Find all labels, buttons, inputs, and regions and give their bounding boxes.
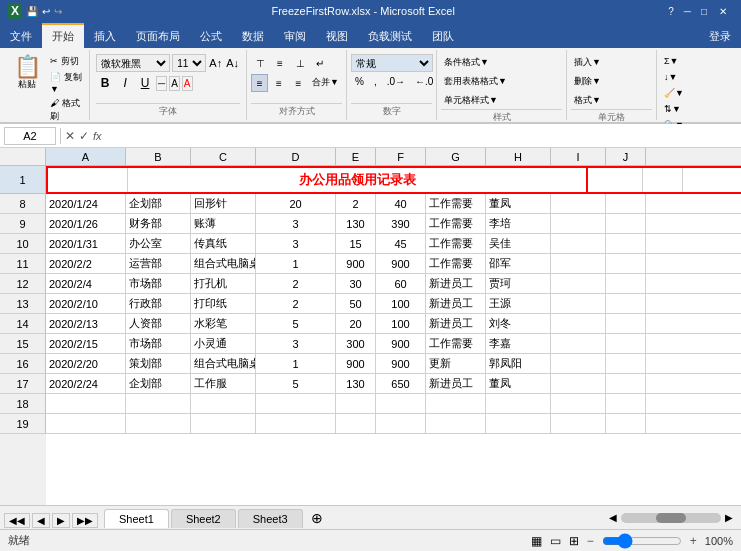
normal-view-icon[interactable]: ▦: [531, 534, 542, 548]
cell[interactable]: 刘冬: [486, 314, 551, 333]
tab-team[interactable]: 团队: [422, 25, 464, 48]
cell[interactable]: 2020/2/10: [46, 294, 126, 313]
cell[interactable]: 工作服: [191, 374, 256, 393]
insert-function-icon[interactable]: fx: [93, 130, 102, 142]
cell[interactable]: 工作需要: [426, 194, 486, 213]
cell[interactable]: 更新: [426, 354, 486, 373]
cell[interactable]: 郭凤阳: [486, 354, 551, 373]
cell-styles-button[interactable]: 单元格样式▼: [441, 92, 562, 109]
maximize-button[interactable]: □: [697, 6, 711, 17]
quick-save-icon[interactable]: 💾: [26, 6, 38, 17]
tab-file[interactable]: 文件: [0, 25, 42, 48]
cell[interactable]: 900: [336, 254, 376, 273]
cell[interactable]: 新进员工: [426, 274, 486, 293]
cell[interactable]: 传真纸: [191, 234, 256, 253]
font-size-selector[interactable]: 11: [172, 54, 206, 72]
cell[interactable]: 40: [376, 194, 426, 213]
decrease-decimal-button[interactable]: ←.0: [411, 74, 437, 89]
cell[interactable]: 130: [336, 214, 376, 233]
sum-button[interactable]: Σ▼: [661, 54, 733, 68]
cell[interactable]: 3: [256, 334, 336, 353]
cell-reference-box[interactable]: A2: [4, 127, 56, 145]
cell[interactable]: 100: [376, 294, 426, 313]
cell[interactable]: 工作需要: [426, 254, 486, 273]
col-header-g[interactable]: G: [426, 148, 486, 165]
cell[interactable]: 行政部: [126, 294, 191, 313]
cell[interactable]: 王源: [486, 294, 551, 313]
cell-a1[interactable]: [48, 168, 128, 192]
cell[interactable]: 2: [256, 274, 336, 293]
zoom-in-icon[interactable]: +: [690, 534, 697, 548]
cell[interactable]: 2020/1/26: [46, 214, 126, 233]
bold-button[interactable]: B: [96, 74, 114, 92]
cell-empty[interactable]: [426, 414, 486, 433]
cell[interactable]: 900: [376, 354, 426, 373]
cell-empty[interactable]: [551, 294, 606, 313]
format-cells-button[interactable]: 格式▼: [571, 92, 652, 109]
cell[interactable]: 900: [336, 354, 376, 373]
percent-button[interactable]: %: [351, 74, 368, 89]
redo-icon[interactable]: ↪: [54, 6, 62, 17]
delete-cells-button[interactable]: 删除▼: [571, 73, 652, 90]
left-align-icon[interactable]: ≡: [251, 74, 268, 92]
cell[interactable]: 1: [256, 254, 336, 273]
sort-filter-button[interactable]: ⇅▼: [661, 102, 733, 116]
row-header-15[interactable]: 15: [0, 334, 46, 354]
merge-center-icon[interactable]: 合并▼: [309, 74, 342, 92]
cell-empty[interactable]: [336, 394, 376, 413]
cell[interactable]: 财务部: [126, 214, 191, 233]
italic-button[interactable]: I: [116, 74, 134, 92]
cell-empty[interactable]: [606, 314, 646, 333]
cell-empty[interactable]: [551, 194, 606, 213]
row-header-12[interactable]: 12: [0, 274, 46, 294]
center-align-icon[interactable]: ≡: [270, 74, 287, 92]
cell[interactable]: 工作需要: [426, 214, 486, 233]
cell[interactable]: 工作需要: [426, 234, 486, 253]
formula-input[interactable]: 领用日期: [106, 127, 737, 145]
font-name-selector[interactable]: 微软雅黑: [96, 54, 170, 72]
cell[interactable]: 水彩笔: [191, 314, 256, 333]
right-align-icon[interactable]: ≡: [290, 74, 307, 92]
minimize-button[interactable]: ─: [680, 6, 695, 17]
tab-data[interactable]: 数据: [232, 25, 274, 48]
cell-empty[interactable]: [606, 334, 646, 353]
cell[interactable]: 市场部: [126, 274, 191, 293]
cell[interactable]: 小灵通: [191, 334, 256, 353]
scroll-sheets-next[interactable]: ▶: [52, 513, 70, 528]
cell[interactable]: 策划部: [126, 354, 191, 373]
cell[interactable]: 新进员工: [426, 294, 486, 313]
scroll-sheets-left[interactable]: ◀◀: [4, 513, 30, 528]
cell-empty[interactable]: [336, 414, 376, 433]
row-header-14[interactable]: 14: [0, 314, 46, 334]
cell[interactable]: 账薄: [191, 214, 256, 233]
cell[interactable]: 邵军: [486, 254, 551, 273]
col-header-i[interactable]: I: [551, 148, 606, 165]
cell[interactable]: 45: [376, 234, 426, 253]
cell-empty[interactable]: [551, 314, 606, 333]
cell[interactable]: 900: [376, 254, 426, 273]
cell-empty[interactable]: [606, 414, 646, 433]
cell-empty[interactable]: [606, 274, 646, 293]
cell[interactable]: 2020/2/24: [46, 374, 126, 393]
cell[interactable]: 2020/2/2: [46, 254, 126, 273]
col-header-j[interactable]: J: [606, 148, 646, 165]
row-header-19[interactable]: 19: [0, 414, 46, 434]
comma-button[interactable]: ,: [370, 74, 381, 89]
cell[interactable]: 2020/1/24: [46, 194, 126, 213]
cell-empty[interactable]: [191, 394, 256, 413]
cell-empty[interactable]: [376, 394, 426, 413]
help-button[interactable]: ?: [664, 6, 678, 17]
row-header-10[interactable]: 10: [0, 234, 46, 254]
cell-empty[interactable]: [551, 214, 606, 233]
cell[interactable]: 5: [256, 374, 336, 393]
row-header-17[interactable]: 17: [0, 374, 46, 394]
cell[interactable]: 2: [336, 194, 376, 213]
cell-empty[interactable]: [551, 274, 606, 293]
cell[interactable]: 人资部: [126, 314, 191, 333]
col-header-a[interactable]: A: [46, 148, 126, 165]
zoom-out-icon[interactable]: −: [587, 534, 594, 548]
cell-empty[interactable]: [551, 334, 606, 353]
sheet-tab-sheet2[interactable]: Sheet2: [171, 509, 236, 528]
cell[interactable]: 2020/2/20: [46, 354, 126, 373]
cell[interactable]: 300: [336, 334, 376, 353]
